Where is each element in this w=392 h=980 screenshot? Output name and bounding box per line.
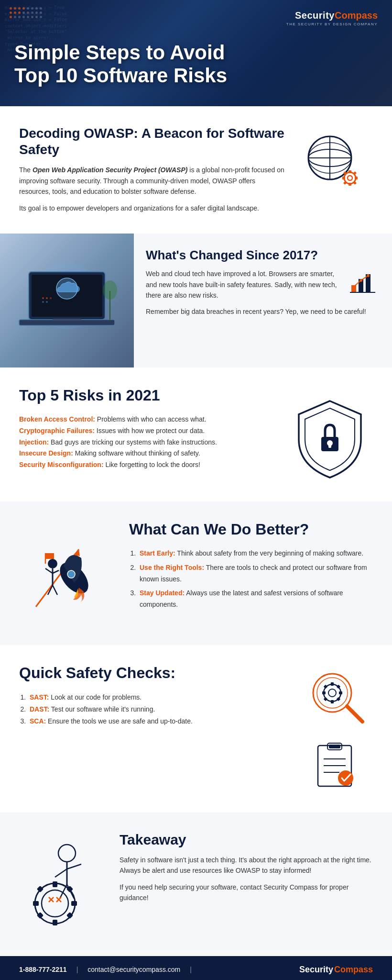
risk-label-2: Cryptographic Failures: — [19, 427, 95, 434]
svg-rect-75 — [71, 901, 77, 906]
safety-title: Quick Safety Checks: — [19, 664, 292, 682]
svg-rect-54 — [331, 682, 334, 686]
risk-text-4: Making software without thinking of safe… — [73, 449, 200, 457]
safety-icons-area — [301, 664, 373, 793]
safety-label-3: SCA: — [30, 717, 46, 725]
header-title: Simple Steps to Avoid Top 10 Software Ri… — [14, 41, 253, 88]
risk-text-2: Issues with how we protect our data. — [95, 427, 205, 434]
svg-rect-37 — [328, 443, 331, 448]
svg-line-44 — [45, 568, 53, 573]
owasp-section: Decoding OWASP: A Beacon for Software Sa… — [0, 106, 392, 234]
changed-paragraph2: Remember big data breaches in recent yea… — [146, 306, 378, 317]
changed-text: What's Changed Since 2017? Web and cloud… — [134, 234, 392, 368]
svg-rect-49 — [45, 553, 54, 559]
list-item: Use the Right Tools: There are tools to … — [138, 562, 373, 585]
owasp-paragraph2: Its goal is to empower developers and or… — [19, 203, 287, 213]
svg-rect-65 — [329, 745, 340, 748]
list-item: Start Early: Think about safety from the… — [138, 548, 373, 559]
svg-point-20 — [46, 297, 48, 299]
svg-line-47 — [53, 585, 57, 595]
svg-point-6 — [348, 176, 352, 180]
logo-security: Security — [295, 10, 335, 21]
svg-point-34 — [367, 274, 370, 277]
svg-line-62 — [347, 706, 362, 722]
footer-logo: SecurityCompass — [299, 965, 373, 975]
svg-point-32 — [352, 285, 355, 288]
risk-list: Broken Access Control: Problems with who… — [19, 414, 272, 471]
better-label-1: Start Early: — [140, 549, 175, 557]
takeaway-section: Takeaway Safety in software isn't just a… — [0, 813, 392, 956]
changed-image — [0, 234, 134, 368]
risks-title: Top 5 Risks in 2021 — [19, 387, 272, 404]
risk-label-5: Security Misconfiguration: — [19, 461, 104, 468]
svg-point-23 — [46, 301, 48, 303]
risk-text-3: Bad guys are tricking our systems with f… — [49, 438, 217, 446]
svg-rect-9 — [342, 177, 345, 179]
rocket-icon — [19, 521, 115, 626]
svg-rect-76 — [37, 886, 44, 892]
globe-gear-icon — [296, 125, 373, 192]
footer-email: contact@securitycompass.com — [87, 966, 180, 973]
safety-text-1: Look at our code for problems. — [49, 693, 142, 701]
svg-point-19 — [42, 297, 44, 299]
footer-separator-2: | — [190, 966, 192, 973]
header: mirror_mod.use_y = True mirror_mod.use_x… — [0, 0, 392, 106]
svg-rect-57 — [339, 691, 342, 694]
svg-rect-56 — [322, 691, 326, 694]
logo-tagline: THE SECURITY BY DESIGN COMPANY — [286, 22, 378, 27]
svg-point-22 — [42, 301, 44, 303]
footer-logo-security: Security — [299, 965, 333, 975]
svg-rect-72 — [53, 881, 57, 887]
svg-rect-7 — [348, 170, 351, 173]
better-section: What Can We Do Better? Start Early: Thin… — [0, 501, 392, 645]
list-item: Security Misconfiguration: Like forgetti… — [19, 459, 272, 471]
chart-icon — [349, 268, 378, 297]
changed-title: What's Changed Since 2017? — [146, 248, 378, 263]
safety-text-2: Test our software while it's running. — [49, 705, 155, 713]
list-item: Broken Access Control: Problems with who… — [19, 414, 272, 425]
footer-separator-1: | — [76, 966, 78, 973]
svg-rect-10 — [355, 177, 358, 179]
safety-list: SAST: Look at our code for problems. DAS… — [19, 691, 292, 728]
person-icon — [19, 832, 105, 937]
list-item: DAST: Test our software while it's runni… — [28, 703, 292, 715]
footer: 1-888-777-2211 | contact@securitycompass… — [0, 956, 392, 980]
svg-rect-73 — [53, 920, 57, 925]
takeaway-paragraph1: Safety in software isn't just a tech thi… — [120, 855, 373, 876]
list-item: SAST: Look at our code for problems. — [28, 691, 292, 703]
svg-line-82 — [55, 869, 67, 877]
changed-section: What's Changed Since 2017? Web and cloud… — [0, 234, 392, 368]
list-item: SCA: Ensure the tools we use are safe an… — [28, 715, 292, 727]
owasp-title: Decoding OWASP: A Beacon for Software Sa… — [19, 125, 287, 157]
better-title: What Can We Do Better? — [129, 521, 373, 538]
logo-compass: Compass — [335, 10, 378, 21]
risk-label-3: Injection: — [19, 438, 49, 446]
svg-point-27 — [103, 280, 117, 300]
svg-point-51 — [317, 678, 348, 708]
takeaway-paragraph2: If you need help securing your software,… — [120, 882, 373, 903]
risk-label-4: Insecure Design: — [19, 449, 73, 457]
shield-icon — [287, 387, 373, 482]
safety-text-3: Ensure the tools we use are safe and up-… — [46, 717, 193, 725]
better-text-1: Think about safety from the very beginni… — [175, 549, 364, 557]
better-list: Start Early: Think about safety from the… — [129, 548, 373, 611]
svg-point-33 — [359, 279, 362, 282]
changed-paragraph1: Web and cloud tech have improved a lot. … — [146, 268, 342, 301]
list-item: Insecure Design: Making software without… — [19, 448, 272, 459]
svg-rect-74 — [33, 901, 39, 906]
footer-phone: 1-888-777-2211 — [19, 966, 67, 973]
logo-area: SecurityCompass THE SECURITY BY DESIGN C… — [14, 10, 378, 27]
list-item: Injection: Bad guys are tricking our sys… — [19, 437, 272, 448]
owasp-paragraph1: The Open Web Application Security Projec… — [19, 165, 287, 197]
svg-point-69 — [338, 770, 353, 786]
list-item: Cryptographic Failures: Issues with how … — [19, 425, 272, 437]
safety-section: Quick Safety Checks: SAST: Look at our c… — [0, 645, 392, 813]
logo-text-combined: SecurityCompass — [295, 12, 378, 20]
better-label-2: Use the Right Tools: — [140, 564, 204, 571]
risk-text-1: Problems with who can access what. — [95, 415, 207, 423]
safety-label-1: SAST: — [30, 693, 49, 701]
svg-point-42 — [48, 559, 57, 568]
better-label-3: Stay Updated: — [140, 589, 185, 597]
svg-point-21 — [50, 297, 52, 299]
safety-label-2: DAST: — [30, 705, 49, 713]
